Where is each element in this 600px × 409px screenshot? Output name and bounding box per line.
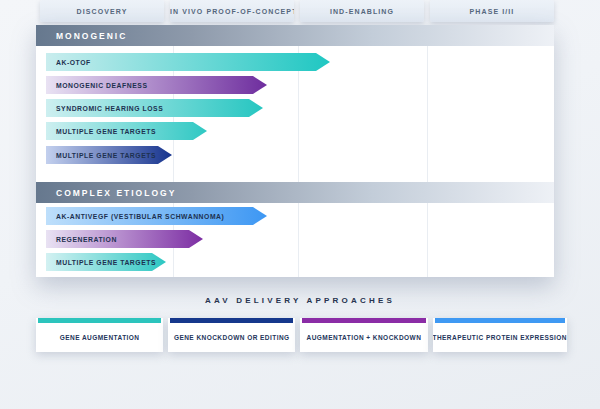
section-title: MONOGENIC [56, 31, 127, 41]
program-label: REGENERATION [46, 236, 117, 243]
legend-label: GENE AUGMENTATION [36, 323, 163, 352]
phase-column-ind-enabling: IND-ENABLING [300, 0, 424, 22]
program-bar-monogenic-deafness: MONOGENIC DEAFNESS [46, 76, 267, 94]
program-label: AK-OTOF [46, 59, 91, 66]
legend-item-gene-augmentation: GENE AUGMENTATION [36, 318, 163, 352]
program-label: AK-ANTIVEGF (VESTIBULAR SCHWANNOMA) [46, 213, 224, 220]
legend: GENE AUGMENTATION GENE KNOCKDOWN OR EDIT… [36, 318, 567, 352]
pipeline-chart: DISCOVERY IN VIVO PROOF-OF-CONCEPT IND-E… [0, 0, 600, 409]
program-bar-ak-antivegf: AK-ANTIVEGF (VESTIBULAR SCHWANNOMA) [46, 207, 267, 225]
phase-header-row: DISCOVERY IN VIVO PROOF-OF-CONCEPT IND-E… [40, 0, 554, 22]
program-bar-syndromic-hearing-loss: SYNDROMIC HEARING LOSS [46, 99, 263, 117]
program-bar-multiple-gene-targets-augmentation: MULTIPLE GENE TARGETS [46, 122, 207, 140]
program-label: SYNDROMIC HEARING LOSS [46, 105, 163, 112]
gridline-ind-phase12 [427, 25, 428, 277]
section-header-complex-etiology: COMPLEX ETIOLOGY [36, 182, 554, 203]
legend-label: THERAPEUTIC PROTEIN EXPRESSION [433, 323, 568, 352]
legend-item-therapeutic-protein-expression: THERAPEUTIC PROTEIN EXPRESSION [433, 318, 568, 352]
program-bar-multiple-gene-targets-knockdown: MULTIPLE GENE TARGETS [46, 146, 172, 164]
legend-item-gene-knockdown-or-editing: GENE KNOCKDOWN OR EDITING [168, 318, 295, 352]
legend-title: AAV DELIVERY APPROACHES [0, 296, 600, 305]
program-bar-multiple-gene-targets-complex: MULTIPLE GENE TARGETS [46, 253, 166, 271]
program-bar-ak-otof: AK-OTOF [46, 53, 330, 71]
program-label: MONOGENIC DEAFNESS [46, 82, 147, 89]
legend-label: AUGMENTATION + KNOCKDOWN [300, 323, 427, 352]
program-label: MULTIPLE GENE TARGETS [46, 128, 156, 135]
phase-column-phase-1-2: PHASE I/II [430, 0, 554, 22]
section-title: COMPLEX ETIOLOGY [56, 188, 176, 198]
pipeline-panel: MONOGENIC AK-OTOF MONOGENIC DEAFNESS SYN… [36, 25, 554, 277]
program-bar-regeneration: REGENERATION [46, 230, 203, 248]
section-header-monogenic: MONOGENIC [36, 25, 554, 46]
phase-column-in-vivo-poc: IN VIVO PROOF-OF-CONCEPT [170, 0, 294, 22]
phase-column-discovery: DISCOVERY [40, 0, 164, 22]
legend-item-augmentation-knockdown: AUGMENTATION + KNOCKDOWN [300, 318, 427, 352]
program-label: MULTIPLE GENE TARGETS [46, 152, 156, 159]
legend-label: GENE KNOCKDOWN OR EDITING [168, 323, 295, 352]
program-label: MULTIPLE GENE TARGETS [46, 259, 156, 266]
